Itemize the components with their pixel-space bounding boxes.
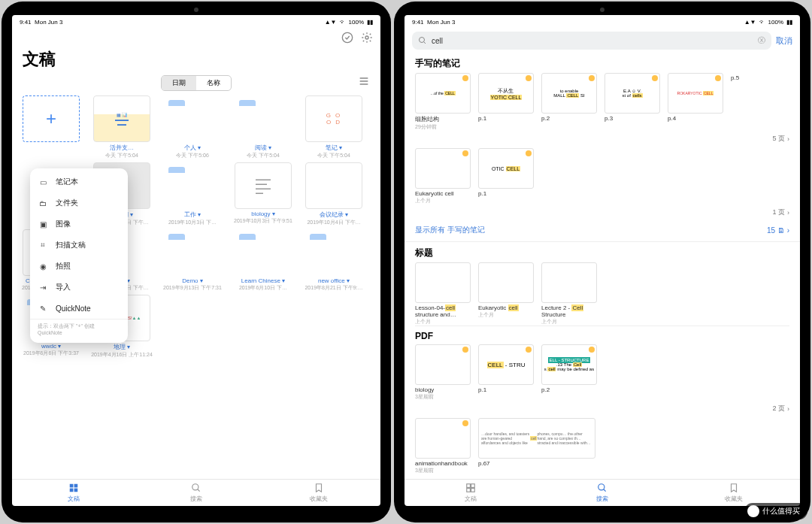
section-handwritten: 手写的笔记	[404, 53, 800, 73]
folder-item[interactable]: ☆new office ▾2019年8月21日 下午9:…	[302, 229, 365, 292]
notebook-icon: ▭	[38, 177, 48, 187]
scan-icon: ⌗	[38, 240, 48, 250]
svg-point-1	[365, 36, 368, 39]
settings-icon[interactable]	[361, 32, 373, 44]
popup-image[interactable]: ▣图像	[30, 214, 128, 235]
plus-icon[interactable]: +	[23, 95, 80, 142]
popup-scan[interactable]: ⌗扫描文稿	[30, 235, 128, 256]
seg-name[interactable]: 名称	[196, 76, 231, 90]
camera-icon: ◉	[38, 261, 48, 271]
tab-bar: 文稿 搜索 收藏夹	[12, 479, 380, 506]
result-item[interactable]: CELL - STRUp.1	[478, 344, 537, 401]
result-item[interactable]: Eukaryotic cell上个月	[415, 148, 474, 204]
folder-item[interactable]: ☆工作 ▾2019年10月3日 下…	[161, 162, 224, 226]
search-query: cell	[432, 37, 443, 45]
tab-documents[interactable]: 文稿	[12, 480, 135, 506]
image-icon: ▣	[38, 219, 48, 229]
tab-bar: 文稿 搜索 收藏夹	[404, 479, 800, 506]
result-item[interactable]: to enableMALL CELL SIp.2	[541, 73, 600, 131]
show-all-handwritten[interactable]: 显示所有 手写的笔记15 🗎 ›	[404, 222, 800, 242]
result-item[interactable]: biology3星期前	[415, 344, 474, 401]
status-bar: 9:41 Mon Jun 3 ▲▼ᯤ100%▮▮	[12, 15, 380, 29]
svg-point-17	[598, 484, 604, 490]
svg-rect-7	[69, 489, 73, 492]
svg-rect-5	[69, 484, 73, 488]
svg-point-9	[192, 484, 198, 490]
svg-rect-15	[466, 489, 470, 492]
result-item[interactable]: Lesson-04-cell structure and…上个月	[415, 262, 474, 326]
new-document-popup: ▭笔记本 🗀文件夹 ▣图像 ⌗扫描文稿 ◉拍照 ⇥导入 ✎QuickNote 提…	[30, 168, 128, 343]
add-document[interactable]: +	[20, 95, 83, 159]
select-icon[interactable]	[341, 32, 353, 44]
sort-segmented[interactable]: 日期 名称	[161, 75, 232, 91]
watermark: 什么值得买	[744, 503, 807, 519]
tab-search[interactable]: 搜索	[536, 480, 668, 506]
quicknote-icon: ✎	[38, 303, 48, 313]
folder-icon: 🗀	[38, 198, 48, 208]
page-count[interactable]: 2 页 ›	[772, 404, 789, 413]
folder-item[interactable]: ☆Learn Chinese ▾2019年6月10日 下…	[232, 229, 295, 292]
svg-rect-13	[466, 484, 470, 488]
result-item[interactable]: Eukaryotic cell上个月	[478, 262, 537, 326]
cancel-button[interactable]: 取消	[776, 35, 792, 47]
tab-search[interactable]: 搜索	[135, 480, 257, 506]
result-item[interactable]: 不从生YOTIC CELLp.1	[478, 73, 537, 131]
import-icon: ⇥	[38, 282, 48, 292]
tab-documents[interactable]: 文稿	[404, 480, 536, 506]
result-item[interactable]: animationhandbook3星期前	[415, 418, 474, 474]
result-item[interactable]: ROKARYOTIC CELLp.4	[668, 73, 726, 131]
popup-notebook[interactable]: ▭笔记本	[30, 171, 128, 192]
doc-item[interactable]: ▦ 📊▬▬▬▬▬活并支…今天 下午5:04	[90, 95, 153, 159]
doc-item[interactable]: ▬▬▬▬▬▬▬▬▬▬▬▬▬biology ▾2019年10月3日 下午9:51	[232, 162, 295, 226]
clear-icon[interactable]: ⓧ	[758, 35, 765, 46]
result-item[interactable]: p.5	[731, 73, 789, 131]
page-count[interactable]: 5 页 ›	[772, 134, 789, 144]
popup-import[interactable]: ⇥导入	[30, 277, 128, 298]
svg-line-18	[604, 489, 606, 492]
page-title: 文稿	[12, 47, 380, 75]
doc-item[interactable]: 会议纪录 ▾2019年10月4日 下午…	[302, 162, 365, 226]
list-view-icon[interactable]	[358, 75, 370, 87]
doc-item[interactable]: G OO D笔记 ▾今天 下午5:04	[302, 95, 365, 159]
section-titles: 标题	[404, 242, 800, 262]
tab-favorites[interactable]: 收藏夹	[258, 480, 380, 506]
folder-item[interactable]: ☆Demo ▾2019年9月13日 下午7:31	[161, 229, 224, 292]
svg-point-11	[420, 38, 425, 43]
folder-item[interactable]: ☆个人 ▾今天 下午5:06	[161, 95, 224, 159]
result-item[interactable]: Lecture 2 - Cell Structure上个月	[541, 262, 600, 326]
svg-rect-16	[471, 489, 474, 492]
svg-point-0	[342, 32, 352, 42]
search-input[interactable]: cell ⓧ	[412, 32, 771, 50]
svg-line-12	[424, 42, 426, 44]
result-item[interactable]: …of the CELL细胞结构29分钟前	[415, 73, 474, 131]
svg-line-10	[198, 489, 200, 492]
result-item[interactable]: …door handles, and toasters are human-ge…	[478, 418, 598, 474]
section-pdf: PDF	[404, 326, 800, 344]
svg-rect-14	[471, 484, 474, 488]
result-item[interactable]: E.A ☺ V.st of cellsp.3	[604, 73, 663, 131]
result-item[interactable]: ELL - STRUCTURE.13 The Cells cell may be…	[541, 344, 600, 401]
popup-folder[interactable]: 🗀文件夹	[30, 192, 128, 214]
page-count[interactable]: 1 页 ›	[772, 207, 789, 217]
svg-rect-8	[74, 489, 77, 492]
result-item[interactable]: OTIC CELLp.1	[478, 148, 537, 204]
svg-rect-6	[74, 484, 77, 488]
search-icon	[418, 36, 427, 45]
status-bar: 9:41 Mon Jun 3 ▲▼ᯤ100%▮▮	[404, 15, 800, 29]
popup-hint: 提示：双击两下 "+" 创建 QuickNote	[30, 319, 128, 340]
popup-photo[interactable]: ◉拍照	[30, 256, 128, 277]
popup-quicknote[interactable]: ✎QuickNote	[30, 298, 128, 319]
tab-favorites[interactable]: 收藏夹	[668, 480, 800, 506]
seg-date[interactable]: 日期	[162, 76, 196, 90]
folder-item[interactable]: ☆阅读 ▾今天 下午5:04	[232, 95, 295, 159]
